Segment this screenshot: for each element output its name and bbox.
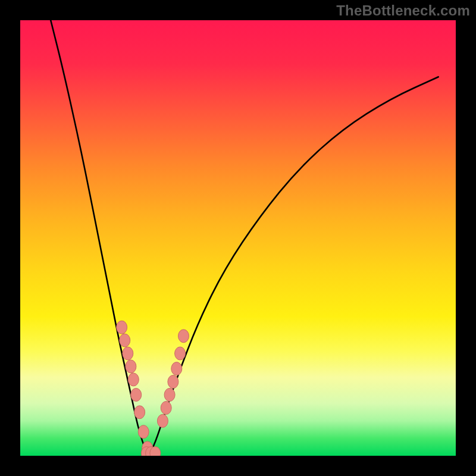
bead xyxy=(164,389,175,402)
bead xyxy=(117,321,127,334)
bead xyxy=(161,402,171,415)
chart-svg xyxy=(20,20,456,456)
chart-frame: TheBottleneck.com xyxy=(0,0,476,476)
bead xyxy=(138,425,149,439)
bead xyxy=(157,414,168,427)
bead xyxy=(131,389,142,402)
bead xyxy=(123,347,133,360)
marker-beads xyxy=(117,321,189,456)
bead xyxy=(134,406,145,419)
bead xyxy=(128,373,139,386)
bead xyxy=(120,334,130,347)
bead xyxy=(175,347,186,360)
bead xyxy=(178,330,189,343)
bead xyxy=(171,362,182,375)
bead xyxy=(126,360,136,373)
plot-area xyxy=(20,20,456,456)
bottleneck-curve xyxy=(51,20,439,456)
bottleneck-curve-right xyxy=(149,77,439,456)
watermark-text: TheBottleneck.com xyxy=(336,2,470,19)
bead xyxy=(168,375,178,389)
